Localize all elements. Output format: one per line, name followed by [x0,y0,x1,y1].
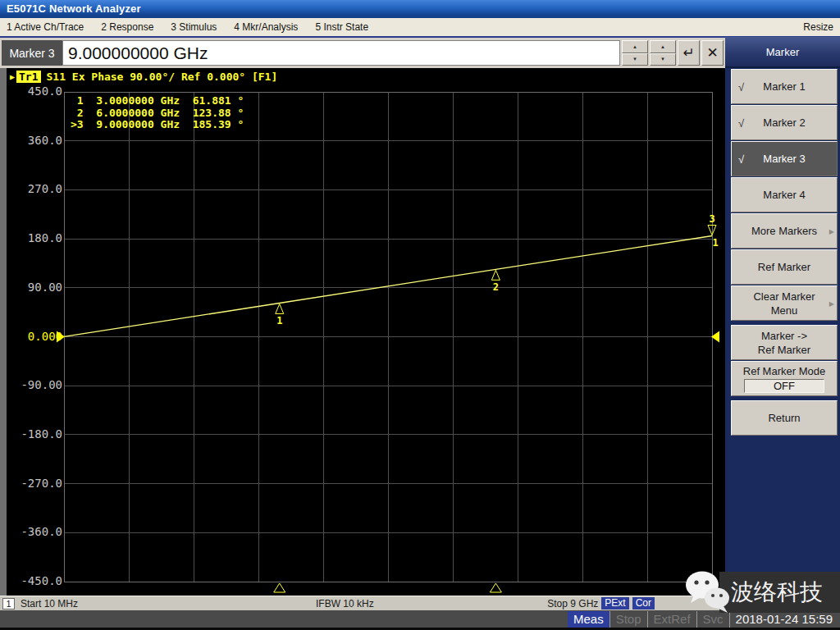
softkey-marker-4[interactable]: Marker 4 [731,177,838,212]
ifbw-label: IFBW 10 kHz [316,598,374,609]
wechat-icon [682,568,733,614]
y-axis-tick: -180.0 [8,427,62,441]
stop-status-indicator: Stop [609,611,647,628]
svg-text:2: 2 [493,281,499,293]
up-arrow-icon: ▲ [660,44,665,49]
channel-number-badge: 1 [2,598,15,609]
entry-close-button[interactable]: ✕ [701,40,724,66]
ref-marker-mode-value: OFF [744,379,824,393]
softkey-clear-marker-menu[interactable]: Clear Marker Menu ▶ [731,285,838,321]
marker-table-row: >3 9.0000000 GHz 185.39 ° [71,119,244,131]
y-axis-tick: -270.0 [8,477,62,490]
entry-enter-button[interactable]: ↵ [678,40,700,66]
channel-status-bar: 1 Start 10 MHz IFBW 10 kHz Stop 9 GHz PE… [0,596,725,610]
active-trace-arrow-icon: ▶ [10,72,15,81]
coarse-step-down-button[interactable]: ▼ [622,53,648,66]
menu-stimulus[interactable]: 3 Stimulus [171,21,217,33]
entry-bar: Marker 3 ▲ ▼ ▲ ▼ ↵ ✕ [0,38,725,68]
softkey-marker-2[interactable]: √ Marker 2 [731,105,838,140]
softkey-ref-marker-mode[interactable]: Ref Marker Mode OFF [731,361,838,396]
submenu-arrow-icon: ▶ [829,296,834,310]
meas-status-indicator: Meas [568,611,609,628]
softkey-label-line2: Menu [771,304,798,317]
softkey-label: Marker 2 [763,116,805,130]
close-icon: ✕ [706,44,718,62]
window-title: E5071C Network Analyzer [7,2,141,15]
fine-stepper: ▲ ▼ [650,40,676,66]
menu-resize[interactable]: Resize [803,21,833,33]
start-frequency-label: Start 10 MHz [21,598,78,609]
softkey-label: Marker 1 [763,80,805,94]
check-icon: √ [738,116,744,130]
coarse-stepper: ▲ ▼ [622,40,648,66]
menu-active-ch-trace[interactable]: 1 Active Ch/Trace [7,21,84,33]
softkey-label-line1: Clear Marker [753,290,815,304]
softkey-more-markers[interactable]: More Markers ▶ [731,213,838,249]
softkey-label: Ref Marker [758,260,810,274]
y-axis-tick: -360.0 [8,525,62,538]
softkey-label: Ref Marker Mode [743,364,825,378]
softkey-menu-title: Marker [725,37,840,68]
y-axis-tick: 450.0 [8,84,62,98]
y-axis-tick: -450.0 [8,574,62,587]
softkey-buttons: √ Marker 1 √ Marker 2 √ Marker 3 Marker … [725,68,840,436]
fine-step-down-button[interactable]: ▼ [650,53,676,66]
marker-table-row: 1 3.0000000 GHz 61.881 ° [71,95,244,107]
softkey-label: Marker 3 [763,152,805,166]
y-axis-tick: 270.0 [8,182,62,195]
menu-mkr-analysis[interactable]: 4 Mkr/Analysis [234,21,298,33]
softkey-marker-1[interactable]: √ Marker 1 [731,69,838,104]
cor-status-badge: Cor [632,597,655,609]
coarse-step-up-button[interactable]: ▲ [622,40,648,53]
watermark-text: 波络科技 [731,577,823,608]
pext-status-badge: PExt [601,597,628,609]
softkey-label: More Markers [751,224,817,238]
down-arrow-icon: ▼ [632,57,637,62]
up-arrow-icon: ▲ [632,44,637,49]
y-axis-tick: 0.000 [8,330,62,343]
svg-text:1: 1 [712,237,718,249]
svg-text:1: 1 [276,315,282,326]
trace-badge: Tr1 [16,71,40,83]
trace-header[interactable]: ▶ Tr1 S11 Ex Phase 90.00°/ Ref 0.000° [F… [10,70,277,83]
svg-text:3: 3 [709,213,714,225]
submenu-arrow-icon: ▶ [829,224,834,238]
softkey-return[interactable]: Return [731,400,838,436]
down-arrow-icon: ▼ [660,57,665,62]
menu-response[interactable]: 2 Response [101,21,153,33]
marker-frequency-input[interactable] [62,40,620,66]
check-icon: √ [738,80,744,94]
measurement-graph: 1231 [64,92,712,582]
y-axis-tick: 90.00 [8,281,62,294]
datetime-label: 2018-01-24 15:59 [729,611,838,628]
softkey-marker-to-ref-marker[interactable]: Marker -> Ref Marker [731,325,838,360]
softkey-ref-marker[interactable]: Ref Marker [731,249,838,285]
y-axis-tick: 360.0 [8,134,62,147]
stop-frequency-label: Stop 9 GHz [547,598,598,609]
softkey-label-line2: Ref Marker [758,343,810,357]
enter-icon: ↵ [682,44,694,62]
trace-format-text: S11 Ex Phase 90.00°/ Ref 0.000° [F1] [47,71,278,83]
menu-instr-state[interactable]: 5 Instr State [315,21,368,33]
e5071c-screen: E5071C Network Analyzer 1 Active Ch/Trac… [0,0,840,630]
fine-step-up-button[interactable]: ▲ [650,40,676,53]
softkey-label: Return [768,411,800,425]
menu-bar: 1 Active Ch/Trace 2 Response 3 Stimulus … [0,18,840,38]
softkey-marker-3[interactable]: √ Marker 3 [731,141,838,176]
marker-readout-table: 1 3.0000000 GHz 61.881 ° 2 6.0000000 GHz… [71,95,244,131]
entry-field-label: Marker 3 [2,40,62,66]
window-titlebar: E5071C Network Analyzer [0,0,840,18]
softkey-label-line1: Marker -> [761,329,807,343]
y-axis-tick: 180.0 [8,231,62,244]
softkey-menu: Marker √ Marker 1 √ Marker 2 √ Marker 3 … [725,37,840,610]
marker-table-row: 2 6.0000000 GHz 123.88 ° [71,107,244,120]
softkey-label: Marker 4 [763,188,805,202]
y-axis-tick: -90.00 [8,378,62,391]
check-icon: √ [738,152,744,166]
plot-area: ▶ Tr1 S11 Ex Phase 90.00°/ Ref 0.000° [F… [7,68,725,596]
